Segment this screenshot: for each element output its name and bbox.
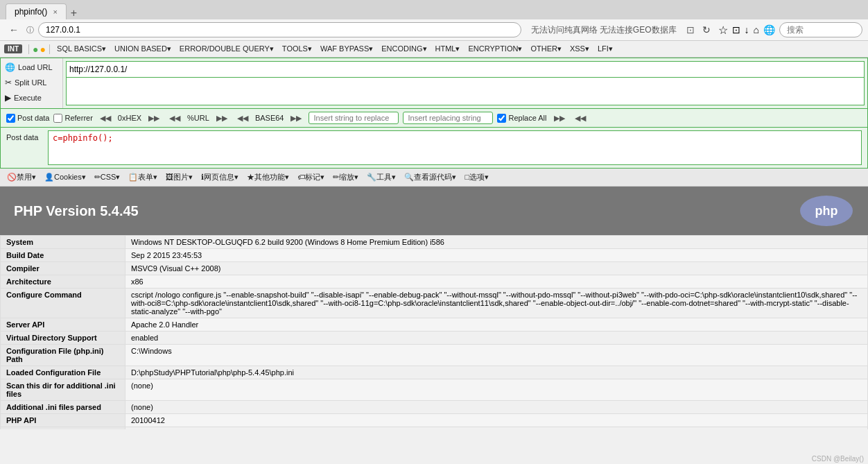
bt-other[interactable]: ★其他功能▾ (244, 171, 292, 184)
hex-label: 0xHEX (118, 114, 141, 122)
new-tab-button[interactable]: + (67, 7, 81, 19)
table-cell-value: MSVC9 (Visual C++ 2008) (125, 262, 868, 275)
home-icon[interactable]: ⌂ (754, 24, 759, 35)
table-row: Build DateSep 2 2015 23:45:53 (1, 249, 868, 262)
download-icon[interactable]: ↓ (745, 24, 749, 35)
bt-images[interactable]: 🖼图片▾ (163, 171, 196, 184)
table-cell-value: Apache 2.0 Handler (125, 318, 868, 332)
sync-icon[interactable]: ⊡ (732, 24, 740, 35)
tab-close-button[interactable]: × (53, 8, 57, 16)
tab-title: phpinfo() (15, 7, 47, 17)
table-cell-value: enabled (125, 332, 868, 345)
execute-label: Execute (14, 94, 42, 102)
table-cell-value: Sep 2 2015 23:45:53 (125, 249, 868, 262)
menu-xss[interactable]: XSS▾ (566, 43, 593, 55)
arrow-left-url[interactable]: ◀◀ (166, 113, 183, 123)
address-input[interactable] (38, 22, 521, 37)
table-cell-key: Loaded Configuration File (1, 366, 125, 379)
replace-all-label[interactable]: Replace All (497, 114, 546, 123)
referrer-checkbox-label[interactable]: Referrer (53, 114, 92, 123)
bt-disable[interactable]: 🚫禁用▾ (4, 171, 39, 184)
search-input[interactable] (779, 22, 862, 37)
arrow-left-base64[interactable]: ◀◀ (234, 113, 251, 123)
arrow-right-hex[interactable]: ▶▶ (146, 113, 162, 123)
load-url-item[interactable]: 🌐 Load URL (1, 60, 62, 75)
bt-source[interactable]: 🔍查看源代码▾ (401, 171, 459, 184)
table-cell-value: (none) (125, 401, 868, 414)
arrow-right-replace[interactable]: ▶▶ (551, 113, 568, 123)
menu-separator (28, 44, 29, 54)
table-cell-key: PHP API (1, 414, 125, 427)
table-cell-key: Server API (1, 318, 125, 332)
menu-sql-basics[interactable]: SQL BASICS▾ (53, 43, 110, 55)
post-data-row: Post data c=phpinfo(); (0, 128, 868, 169)
table-row: SystemWindows NT DESKTOP-OLGUQFD 6.2 bui… (1, 236, 868, 249)
url-field[interactable] (66, 61, 865, 78)
tab-bar: phpinfo() × + (0, 0, 868, 19)
bookmark-icon[interactable]: ☆ (718, 24, 728, 37)
bt-tools[interactable]: 🔧工具▾ (364, 171, 399, 184)
menu-encoding[interactable]: ENCODING▾ (378, 43, 430, 55)
tool-menubar: INT ● ● SQL BASICS▾ UNION BASED▾ ERROR/D… (0, 41, 868, 58)
active-tab[interactable]: phpinfo() × (6, 3, 67, 19)
insert-replacing-input[interactable] (403, 112, 493, 124)
menu-union-based[interactable]: UNION BASED▾ (111, 43, 175, 55)
post-data-checkbox-label[interactable]: Post data (6, 114, 49, 123)
map-icon[interactable]: ⊡ (686, 24, 695, 35)
table-row: CompilerMSVC9 (Visual C++ 2008) (1, 262, 868, 275)
table-cell-key: Architecture (1, 275, 125, 289)
menu-other[interactable]: OTHER▾ (527, 43, 565, 55)
table-cell-key: Compiler (1, 262, 125, 275)
post-data-opt-label: Post data (17, 114, 49, 122)
url-label: %URL (187, 114, 209, 122)
tool-area: 🌐 Load URL ✂ Split URL ▶ Execute Post da… (0, 58, 868, 169)
menu-lfi[interactable]: LFI▾ (594, 43, 616, 55)
bt-page-info[interactable]: ℹ网页信息▾ (198, 171, 241, 184)
table-cell-value: cscript /nologo configure.js "--enable-s… (125, 289, 868, 318)
split-url-item[interactable]: ✂ Split URL (1, 75, 62, 90)
php-header: PHP Version 5.4.45 php (0, 187, 868, 235)
arrow-right-url[interactable]: ▶▶ (214, 113, 230, 123)
post-data-checkbox[interactable] (6, 114, 15, 123)
menu-error-double[interactable]: ERROR/DOUBLE QUERY▾ (176, 43, 277, 55)
post-data-textarea[interactable]: c=phpinfo(); (48, 130, 862, 165)
globe-icon[interactable]: 🌐 (763, 24, 775, 35)
table-row: Loaded Configuration FileD:\phpStudy\PHP… (1, 366, 868, 379)
bt-css[interactable]: ✏CSS▾ (92, 171, 123, 183)
table-cell-key: PHP Extension (1, 427, 125, 430)
php-logo: php (799, 194, 854, 228)
table-row: PHP Extension20100525 (1, 427, 868, 430)
menu-tools[interactable]: TOOLS▾ (279, 43, 315, 55)
reload-button[interactable]: ↻ (699, 23, 714, 37)
insert-replace-input[interactable] (309, 112, 399, 124)
back-button[interactable]: ← (6, 23, 22, 37)
menu-waf-bypass[interactable]: WAF BYPASS▾ (317, 43, 376, 55)
table-cell-key: Build Date (1, 249, 125, 262)
status-text: 无法访问纯真网络 无法连接GEO数据库 (531, 24, 677, 36)
replace-all-checkbox[interactable] (497, 114, 506, 123)
table-cell-key: Configure Command (1, 289, 125, 318)
replace-all-text: Replace All (508, 114, 546, 122)
referrer-checkbox[interactable] (53, 114, 62, 123)
table-cell-key: Scan this dir for additional .ini files (1, 379, 125, 401)
orange-indicator: ● (40, 44, 46, 55)
table-cell-value: (none) (125, 379, 868, 401)
address-bar: ← ⓘ 无法访问纯真网络 无法连接GEO数据库 ⊡ ↻ ☆ ⊡ ↓ ⌂ 🌐 (0, 19, 868, 41)
arrow-right-base64[interactable]: ▶▶ (288, 113, 304, 123)
bt-zoom[interactable]: ✏缩放▾ (330, 171, 361, 184)
info-icon: ⓘ (26, 25, 34, 35)
menu-encryption[interactable]: ENCRYPTION▾ (465, 43, 526, 55)
bt-cookies[interactable]: 👤Cookies▾ (42, 171, 89, 183)
arrow-left-hex[interactable]: ◀◀ (97, 113, 114, 123)
table-cell-value: 20100525 (125, 427, 868, 430)
svg-text:php: php (815, 204, 838, 218)
arrow-left-replace[interactable]: ◀◀ (572, 113, 589, 123)
load-url-icon: 🌐 (5, 62, 15, 72)
php-table: SystemWindows NT DESKTOP-OLGUQFD 6.2 bui… (0, 235, 868, 429)
bt-marks[interactable]: 🏷标记▾ (295, 171, 327, 184)
bt-forms[interactable]: 📋表单▾ (125, 171, 160, 184)
table-cell-key: System (1, 236, 125, 249)
menu-html[interactable]: HTML▾ (432, 43, 464, 55)
execute-item[interactable]: ▶ Execute (1, 90, 62, 105)
bt-options[interactable]: □选项▾ (462, 171, 492, 184)
